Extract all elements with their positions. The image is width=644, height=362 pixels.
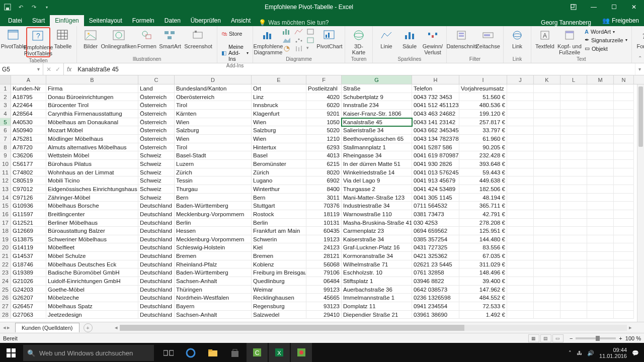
cell[interactable]: Winkelriedstraße 14: [342, 168, 412, 177]
tray-up-icon[interactable]: ˄: [569, 350, 572, 356]
cell[interactable]: [507, 151, 534, 160]
cell[interactable]: [614, 202, 634, 210]
user-name[interactable]: Georg Tannenberg: [535, 19, 597, 26]
cell[interactable]: [587, 93, 614, 102]
cell[interactable]: [560, 243, 587, 252]
empf-diagramme-button[interactable]: Empfohlene Diagramme: [256, 27, 280, 55]
fx-label[interactable]: fx: [64, 63, 74, 75]
cell[interactable]: Rheinland-Pfalz: [175, 260, 252, 269]
chart-stock-icon[interactable]: [294, 45, 303, 52]
cell[interactable]: 1210: [306, 135, 342, 143]
row-header[interactable]: 22: [0, 260, 11, 269]
cell[interactable]: 0041 305 1145: [412, 194, 459, 202]
cell[interactable]: [560, 143, 587, 152]
cell[interactable]: [614, 235, 634, 244]
cell[interactable]: [587, 135, 614, 143]
cell[interactable]: 0941 234554: [412, 302, 459, 311]
sparkline-linie-button[interactable]: Linie: [376, 27, 397, 49]
tabelle-button[interactable]: Tabelle: [52, 27, 73, 49]
cell[interactable]: [507, 235, 534, 244]
clock[interactable]: 09:4411.01.2016: [599, 347, 627, 359]
cell[interactable]: [507, 194, 534, 202]
cell[interactable]: [534, 277, 560, 286]
wordart-button[interactable]: AWordArt▾: [584, 28, 628, 35]
redo-icon[interactable]: ↷: [30, 4, 37, 11]
cell[interactable]: A75281: [11, 135, 46, 143]
cell[interactable]: Möbelhaus Spatz: [46, 302, 138, 311]
cell[interactable]: Möbelhaus Deutsches Eck: [46, 260, 138, 269]
cell[interactable]: [587, 286, 614, 294]
cell[interactable]: [560, 302, 587, 311]
pivotchart-button[interactable]: PivotChart: [317, 27, 342, 49]
chart-bar-icon[interactable]: [282, 28, 291, 35]
cell[interactable]: [614, 185, 634, 194]
cell[interactable]: Graf-Luckner-Platz 16: [342, 243, 412, 252]
cell[interactable]: Industriestraße 34: [342, 202, 412, 210]
cell[interactable]: [614, 210, 634, 219]
cell[interactable]: Deutschland: [138, 277, 175, 286]
row-header[interactable]: 21: [0, 252, 11, 260]
cell[interactable]: 90.205 €: [459, 143, 507, 152]
cell[interactable]: Frankfurt am Main: [252, 227, 306, 235]
maximize-button[interactable]: ☐: [604, 0, 624, 14]
cell[interactable]: [614, 176, 634, 185]
cell[interactable]: Breitlingcenter: [46, 210, 138, 219]
cell[interactable]: [534, 176, 560, 185]
cell[interactable]: Tirol: [175, 101, 252, 110]
tab-seitenlayout[interactable]: Seitenlayout: [84, 15, 127, 26]
cell[interactable]: 480.536 €: [459, 101, 507, 110]
cell[interactable]: 99123: [306, 286, 342, 294]
cell[interactable]: 449.638 €: [459, 176, 507, 185]
cell[interactable]: Bremen: [175, 252, 252, 260]
cell[interactable]: [534, 143, 560, 152]
cell[interactable]: Wohnhaus an der Limmat: [46, 168, 138, 177]
cell[interactable]: A22464: [11, 101, 46, 110]
cell[interactable]: [534, 101, 560, 110]
cell[interactable]: 0043 662 345345: [412, 126, 459, 135]
cell[interactable]: [614, 126, 634, 135]
cell[interactable]: 51.560 €: [459, 93, 507, 102]
row-header[interactable]: 26: [0, 294, 11, 302]
cell[interactable]: Vorjahresumsatz: [459, 84, 507, 93]
row-header[interactable]: 5: [0, 118, 11, 127]
close-button[interactable]: ✕: [624, 0, 644, 14]
undo-icon[interactable]: ↶: [17, 4, 24, 11]
cell[interactable]: Schweiz: [138, 168, 175, 177]
cell[interactable]: [587, 110, 614, 118]
cell[interactable]: Lugano: [252, 176, 306, 185]
cell[interactable]: [534, 93, 560, 102]
row-header[interactable]: 2: [0, 93, 11, 102]
cell[interactable]: [507, 110, 534, 118]
view-normal-button[interactable]: ▦: [528, 334, 539, 342]
cell[interactable]: Bürohaus Pilatus: [46, 160, 138, 168]
cell[interactable]: 0385 357254: [412, 235, 459, 244]
cell[interactable]: Kunden-Nr: [11, 84, 46, 93]
save-icon[interactable]: [4, 4, 11, 11]
cell[interactable]: [534, 84, 560, 93]
cell[interactable]: [507, 252, 534, 260]
cell[interactable]: Quedlinburg: [252, 277, 306, 286]
kopf-fusszeile-button[interactable]: Kopf- und Fußzeile: [557, 27, 582, 55]
cell[interactable]: 484.552 €: [459, 294, 507, 302]
column-header-F[interactable]: F: [306, 75, 342, 84]
column-header-C[interactable]: C: [138, 75, 175, 84]
zoom-in-button[interactable]: +: [619, 335, 622, 341]
cell[interactable]: Bern: [252, 194, 306, 202]
cell[interactable]: [587, 302, 614, 311]
cell[interactable]: [560, 277, 587, 286]
cell[interactable]: [560, 294, 587, 302]
cell[interactable]: 0041 930 2826: [412, 160, 459, 168]
cell[interactable]: Mani-Matter-Straße 123: [342, 194, 412, 202]
cell[interactable]: [614, 143, 634, 152]
minimize-button[interactable]: —: [584, 0, 604, 14]
cell[interactable]: Luzern: [175, 160, 252, 168]
cell[interactable]: [614, 311, 634, 319]
cell[interactable]: 70376: [306, 202, 342, 210]
cell[interactable]: 0421 325362: [412, 252, 459, 260]
cell[interactable]: 0041 512 451123: [412, 101, 459, 110]
column-header-H[interactable]: H: [412, 75, 459, 84]
cell[interactable]: G18746: [11, 260, 46, 269]
cell[interactable]: 0041 013 576245: [412, 168, 459, 177]
cell[interactable]: [534, 219, 560, 227]
vertical-scrollbar[interactable]: [637, 84, 644, 322]
